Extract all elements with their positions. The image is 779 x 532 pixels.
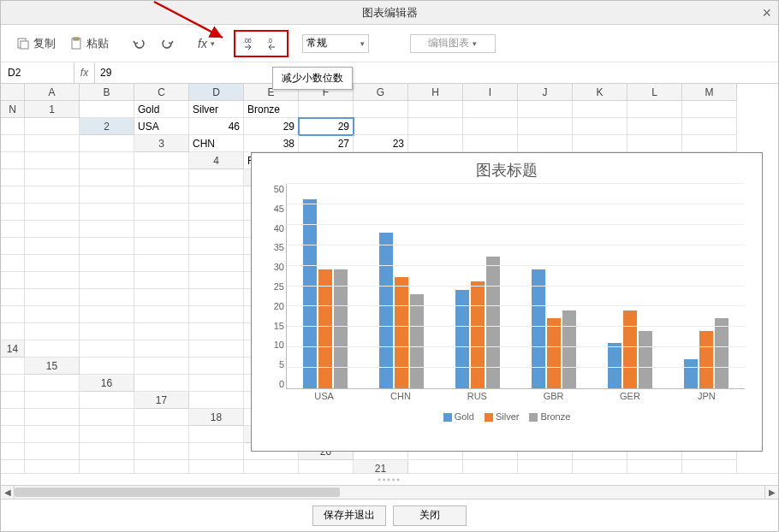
cell[interactable] (189, 392, 244, 409)
cell[interactable] (189, 272, 244, 289)
cell[interactable] (189, 460, 244, 473)
scroll-thumb[interactable] (15, 488, 340, 497)
cell[interactable] (1, 358, 25, 375)
row-header[interactable]: 14 (1, 340, 25, 358)
cell[interactable] (354, 118, 408, 135)
cell[interactable] (134, 358, 189, 375)
cell[interactable] (627, 460, 682, 473)
cell[interactable] (189, 204, 244, 221)
cell[interactable]: 29 (244, 118, 299, 135)
column-header[interactable]: H (408, 84, 463, 101)
cell[interactable] (408, 460, 463, 473)
save-and-exit-button[interactable]: 保存并退出 (312, 505, 386, 526)
cell[interactable] (627, 135, 682, 152)
column-header[interactable]: N (1, 101, 25, 118)
cell[interactable] (189, 443, 244, 460)
cell[interactable] (518, 135, 573, 152)
cell[interactable] (80, 238, 134, 255)
cell[interactable] (682, 118, 737, 135)
cell[interactable] (682, 135, 737, 152)
column-header[interactable]: I (463, 84, 518, 101)
cell[interactable] (1, 272, 25, 289)
insert-function-button[interactable]: fx▾ (193, 33, 220, 54)
cell[interactable] (354, 101, 408, 118)
column-header[interactable]: A (25, 84, 80, 101)
cell[interactable] (189, 306, 244, 323)
cell[interactable] (189, 238, 244, 255)
cell[interactable] (189, 255, 244, 272)
column-header[interactable]: C (134, 84, 189, 101)
row-header[interactable]: 1 (25, 101, 80, 118)
cell[interactable] (299, 460, 354, 473)
cell[interactable] (1, 255, 25, 272)
cell[interactable] (80, 204, 134, 221)
cell[interactable] (1, 409, 25, 426)
paste-button[interactable]: 粘贴 (64, 33, 114, 55)
cell[interactable] (80, 323, 134, 340)
cell[interactable] (573, 101, 627, 118)
cell[interactable] (25, 135, 80, 152)
cell[interactable] (189, 375, 244, 392)
cell[interactable] (80, 460, 134, 473)
cell[interactable] (1, 152, 25, 169)
cell[interactable] (25, 375, 80, 392)
name-box[interactable]: D2 (1, 62, 74, 83)
column-header[interactable]: D (189, 84, 244, 101)
undo-button[interactable] (128, 33, 152, 54)
cell[interactable] (80, 426, 134, 443)
cell[interactable] (1, 221, 25, 238)
cell[interactable] (25, 169, 80, 186)
cell[interactable] (25, 152, 80, 169)
cell[interactable] (189, 289, 244, 306)
cell[interactable] (25, 426, 80, 443)
cell[interactable] (80, 340, 134, 358)
cell[interactable] (25, 272, 80, 289)
column-header[interactable]: J (518, 84, 573, 101)
cell[interactable] (682, 101, 737, 118)
cell[interactable] (80, 443, 134, 460)
cell[interactable] (189, 426, 244, 443)
cell[interactable] (134, 306, 189, 323)
cell[interactable]: USA (134, 118, 189, 135)
cell[interactable] (1, 118, 25, 135)
scroll-left-button[interactable]: ◀ (1, 486, 15, 499)
cell[interactable] (1, 204, 25, 221)
cell[interactable] (80, 152, 134, 169)
cell[interactable] (80, 255, 134, 272)
cell[interactable] (80, 392, 134, 409)
fx-label[interactable]: fx (74, 62, 95, 83)
cell[interactable] (1, 135, 25, 152)
cell[interactable] (299, 101, 354, 118)
cell[interactable] (25, 460, 80, 473)
cell[interactable] (25, 118, 80, 135)
cell[interactable]: 29 (299, 118, 354, 135)
cell[interactable] (1, 392, 25, 409)
cell[interactable] (134, 272, 189, 289)
cell[interactable] (408, 101, 463, 118)
cell[interactable] (463, 460, 518, 473)
cell[interactable] (134, 255, 189, 272)
cell[interactable]: Bronze (244, 101, 299, 118)
cell[interactable] (25, 340, 80, 358)
column-header[interactable]: B (80, 84, 134, 101)
cell[interactable] (1, 289, 25, 306)
row-header[interactable]: 3 (134, 135, 189, 152)
cell[interactable] (189, 323, 244, 340)
cell[interactable] (1, 375, 25, 392)
column-header[interactable]: G (354, 84, 408, 101)
cell[interactable] (1, 186, 25, 204)
formula-input[interactable]: 29 (95, 67, 778, 79)
edit-chart-button[interactable]: 编辑图表 ▾ (410, 34, 496, 53)
cell[interactable] (25, 306, 80, 323)
row-header[interactable]: 2 (80, 118, 134, 135)
column-header[interactable]: M (682, 84, 737, 101)
cell[interactable] (134, 443, 189, 460)
cell[interactable] (189, 340, 244, 358)
cell[interactable] (134, 238, 189, 255)
cell[interactable] (573, 460, 627, 473)
cell[interactable] (134, 289, 189, 306)
cell[interactable] (573, 118, 627, 135)
cell[interactable] (80, 169, 134, 186)
cell[interactable] (25, 289, 80, 306)
cell[interactable] (25, 443, 80, 460)
